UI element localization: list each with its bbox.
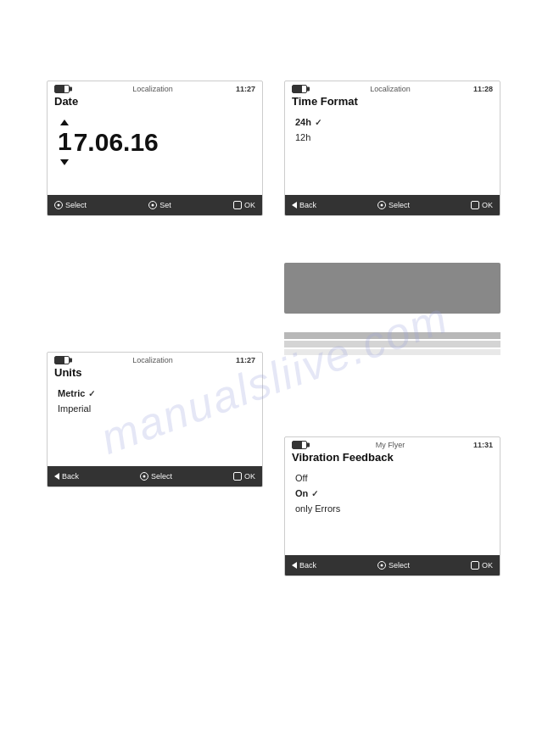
units-time: 11:27 — [236, 356, 255, 364]
vibration-screen: My Flyer 11:31 Vibration Feedback Off On… — [284, 436, 500, 576]
ok-icon-3 — [233, 472, 242, 481]
list-item[interactable]: only Errors — [295, 501, 489, 516]
time-format-screen: Localization 11:28 Time Format 24h ✓ 12h… — [284, 81, 500, 216]
ok-icon — [233, 201, 242, 209]
back-label: Back — [299, 561, 316, 570]
list-item[interactable]: Metric ✓ — [58, 386, 252, 401]
select-label: Select — [151, 472, 172, 481]
time-format-footer: Back Select OK — [285, 195, 500, 215]
date-screen-content: 1 7.06.16 — [48, 111, 262, 195]
select-button[interactable]: Select — [377, 561, 410, 570]
item-label: Imperial — [58, 403, 91, 414]
item-label: Metric — [58, 388, 85, 398]
overlay-bar-1 — [284, 332, 500, 339]
date-display: 1 7.06.16 — [58, 114, 252, 170]
vibration-time: 11:31 — [473, 441, 493, 449]
date-arrows: 1 — [58, 120, 72, 165]
arrow-down-icon[interactable] — [60, 159, 69, 165]
time-format-label: Localization — [370, 85, 411, 93]
back-label: Back — [299, 201, 316, 209]
set-button[interactable]: Set — [148, 201, 171, 209]
units-footer: Back Select OK — [48, 466, 262, 486]
ok-button[interactable]: OK — [233, 472, 255, 481]
time-format-header: Localization 11:28 — [285, 81, 500, 95]
gray-block-top — [284, 263, 500, 314]
date-screen-label: Localization — [132, 85, 173, 93]
battery-icon — [54, 85, 70, 93]
vibration-title: Vibration Feedback — [285, 451, 500, 467]
units-title: Units — [48, 366, 262, 382]
time-format-title: Time Format — [285, 95, 500, 111]
nav-icon-5 — [377, 561, 386, 570]
back-button[interactable]: Back — [54, 472, 79, 481]
units-header: Localization 11:27 — [48, 353, 262, 366]
list-item[interactable]: 12h — [295, 130, 489, 145]
ok-label: OK — [244, 201, 255, 209]
select-label: Select — [65, 201, 87, 209]
ok-icon-4 — [471, 561, 479, 570]
nav-icon-3 — [377, 201, 386, 209]
back-icon — [54, 473, 59, 480]
list-item[interactable]: Imperial — [58, 401, 252, 416]
ok-button[interactable]: OK — [471, 201, 493, 209]
nav-icon-4 — [140, 472, 148, 481]
vibration-content: Off On ✓ only Errors — [285, 467, 500, 555]
ok-button[interactable]: OK — [471, 561, 493, 570]
vibration-footer: Back Select OK — [285, 555, 500, 575]
ok-label: OK — [482, 561, 493, 570]
ok-label: OK — [482, 201, 493, 209]
select-button[interactable]: Select — [140, 472, 172, 481]
back-button[interactable]: Back — [292, 561, 316, 570]
nav-icon — [54, 201, 63, 209]
item-label: Off — [295, 473, 307, 483]
back-button[interactable]: Back — [292, 201, 316, 209]
back-label: Back — [62, 472, 79, 481]
item-label: On — [295, 488, 308, 498]
date-screen-header: Localization 11:27 — [48, 81, 262, 95]
back-icon — [292, 202, 297, 208]
date-screen-footer: Select Set OK — [48, 195, 262, 215]
item-label: only Errors — [295, 503, 340, 514]
ok-button[interactable]: OK — [233, 201, 255, 209]
list-item[interactable]: On ✓ — [295, 486, 489, 501]
date-screen-title: Date — [48, 95, 262, 111]
nav-icon-2 — [148, 201, 157, 209]
overlay-bar-2 — [284, 341, 500, 347]
time-format-content: 24h ✓ 12h — [285, 111, 500, 195]
back-icon — [292, 562, 297, 569]
select-button[interactable]: Select — [377, 201, 410, 209]
battery-icon-tf — [292, 85, 307, 93]
date-screen: Localization 11:27 Date 1 7.06.16 Select… — [47, 81, 263, 216]
checkmark-icon: ✓ — [311, 489, 318, 498]
date-screen-time: 11:27 — [236, 85, 255, 93]
arrow-up-icon[interactable] — [60, 120, 69, 125]
ok-label: OK — [244, 472, 255, 481]
set-label: Set — [159, 201, 171, 209]
item-label: 12h — [295, 132, 310, 142]
select-label: Select — [389, 201, 410, 209]
units-label: Localization — [132, 356, 173, 364]
units-content: Metric ✓ Imperial — [48, 382, 262, 466]
select-label: Select — [389, 561, 410, 570]
vibration-header: My Flyer 11:31 — [285, 437, 500, 451]
date-value: 7.06.16 — [74, 128, 159, 157]
units-screen: Localization 11:27 Units Metric ✓ Imperi… — [47, 352, 263, 487]
checkmark-icon: ✓ — [88, 389, 95, 398]
list-item[interactable]: Off — [295, 470, 489, 486]
checkmark-icon: ✓ — [315, 118, 322, 127]
overlay-bar-3 — [284, 349, 500, 355]
item-label: 24h — [295, 117, 311, 127]
ok-icon-2 — [471, 201, 479, 209]
select-button[interactable]: Select — [54, 201, 87, 209]
list-item[interactable]: 24h ✓ — [295, 114, 489, 130]
vibration-label: My Flyer — [376, 441, 405, 449]
battery-icon-u — [54, 356, 70, 364]
time-format-time: 11:28 — [473, 85, 493, 93]
battery-icon-v — [292, 441, 307, 449]
